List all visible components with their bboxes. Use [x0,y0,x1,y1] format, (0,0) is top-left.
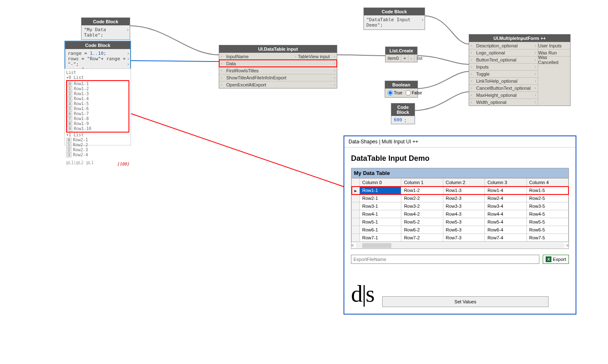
radio-false[interactable]: False [405,90,422,96]
highlighted-preview-rows: 0Row1-1 1Row1-2 2Row1-3 3Row1-4 4Row1-5 … [66,80,129,133]
table-row[interactable]: Row4-1Row4-2Row4-3Row4-4Row4-5 [352,210,568,218]
export-filename-input[interactable] [351,255,539,264]
node-code-block-4[interactable]: Code Block 600;› [391,103,415,124]
port-openexcel[interactable]: OpenExcelAtExport [224,82,332,87]
port-inputname[interactable]: InputName [224,54,293,59]
svg-line-0 [96,102,357,191]
port-showtitle[interactable]: ShowTitleAndFileInfoInExport [224,75,332,80]
remove-item-button[interactable]: - [408,55,415,62]
multi-input-dialog: Data-Shapes | Multi Input UI ++ DataTabl… [344,135,576,315]
port-inputs[interactable]: Inputs [474,64,533,69]
port-userinputs[interactable]: User Inputs [538,43,564,48]
code-text: "My Data Table"; [84,27,106,38]
port-toggle[interactable]: Toggle [474,71,533,76]
table-row[interactable]: Row2-1Row2-2Row2-3Row2-4Row2-5 [352,194,568,202]
table-row[interactable]: Row6-1Row6-2Row6-3Row6-4Row6-5 [352,226,568,234]
node-title: Code Block [364,8,425,15]
node-title: UI.MultipleInputForm ++ [469,34,570,42]
port-width[interactable]: Width_optional [474,100,533,105]
watch-preview: List ▾0 List 0Row1-1 1Row1-2 2Row1-3 3Ro… [64,69,131,145]
code-text: "DataTable Input Demo"; [366,17,410,28]
node-title: Code Block [82,18,130,25]
port-maxheight[interactable]: MaxHeight_optional [474,93,533,98]
node-code-block-1[interactable]: Code Block "My Data Table";› [81,17,130,40]
node-title: Boolean [385,81,418,89]
column-header[interactable]: Column 4 [526,179,568,187]
table-row[interactable]: Row3-1Row3-2Row3-3Row3-4Row3-5 [352,202,568,210]
dialog-title: Data-Shapes | Multi Input UI ++ [344,136,576,148]
add-item-button[interactable]: + [401,55,408,62]
node-title: List.Create [386,47,417,54]
node-boolean[interactable]: Boolean True False › [385,81,418,98]
node-datatable-input[interactable]: UI.DataTable input ›InputName›TableView … [219,45,337,89]
port-buttontext[interactable]: ButtonText_optional [474,57,533,62]
data-table[interactable]: My Data Table Column 0 Column 1 Column 2… [351,168,569,249]
node-title: UI.DataTable input [219,45,337,53]
port-tableview[interactable]: TableView input [298,54,332,59]
node-list-create[interactable]: List.Create item0 + - list [385,47,418,62]
export-button[interactable]: X Export [543,255,569,264]
column-header[interactable]: Column 1 [401,179,443,187]
port-item0[interactable]: item0 [386,55,401,62]
table-row[interactable]: Row5-1Row5-2Row5-3Row5-4Row5-5 [352,218,568,226]
port-firstrowistitles[interactable]: FirstRowIsTitles [224,68,332,73]
port-logo[interactable]: Logo_optional [474,50,533,55]
node-title: Code Block [65,42,130,49]
datashapes-logo: d|s [351,280,374,307]
port-wascancelled[interactable]: Was Cancelled [538,55,570,65]
excel-icon: X [546,256,551,262]
port-data[interactable]: Data [224,61,332,66]
code-text: 600 [391,116,405,124]
column-header[interactable]: Column 2 [443,179,484,187]
node-code-block-3[interactable]: Code Block "DataTable Input Demo";› [363,7,425,30]
table-row[interactable]: Row1-1Row1-2Row1-3Row1-4Row1-5 [352,187,568,194]
column-header[interactable]: Column 0 [360,179,401,187]
column-header[interactable]: Column 3 [485,179,526,187]
dialog-headline: DataTable Input Demo [351,154,569,163]
table-title: My Data Table [351,168,568,178]
port-linktohelp[interactable]: LinkToHelp_optional [474,79,533,84]
set-values-button[interactable]: Set Values [382,296,549,307]
port-list[interactable]: list [415,55,424,62]
table-row[interactable]: Row7-1Row7-2Row7-3Row7-4Row7-5 [352,234,568,242]
radio-true[interactable]: True [388,90,402,96]
port-cancelbtn[interactable]: CancelButtonText_optional [474,86,533,91]
horizontal-scrollbar[interactable]: <> [351,242,568,248]
port-description[interactable]: Description_optional [474,43,533,48]
node-multiple-input-form[interactable]: UI.MultipleInputForm ++ ›Description_opt… [469,34,571,106]
